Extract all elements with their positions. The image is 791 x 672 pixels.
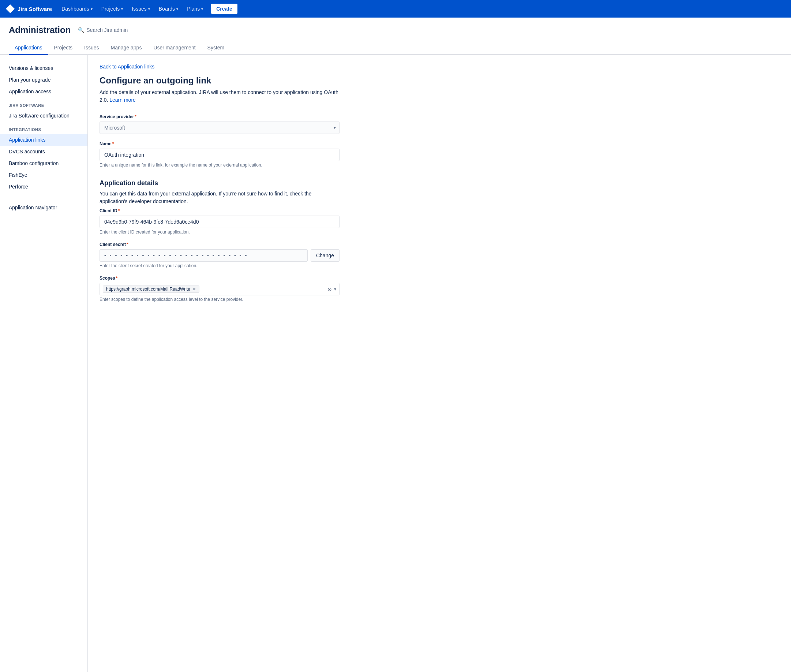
sidebar-item-bamboo[interactable]: Bamboo configuration (0, 157, 88, 169)
sidebar: Versions & licenses Plan your upgrade Ap… (0, 55, 88, 672)
sidebar-section-jira-software: JIRA SOFTWARE (0, 98, 88, 110)
sidebar-item-plan-upgrade[interactable]: Plan your upgrade (0, 74, 88, 86)
chevron-down-icon: ▾ (148, 7, 150, 11)
logo-icon (6, 5, 14, 13)
scopes-hint: Enter scopes to define the application a… (99, 297, 340, 302)
nav-plans[interactable]: Plans ▾ (183, 0, 207, 18)
tab-system[interactable]: System (201, 41, 230, 55)
service-provider-select-wrapper: Microsoft Google Other ▾ (99, 122, 340, 134)
sidebar-section-integrations: INTEGRATIONS (0, 122, 88, 134)
required-indicator: * (126, 242, 128, 247)
chevron-down-icon: ▾ (91, 7, 93, 11)
sidebar-item-dvcs[interactable]: DVCS accounts (0, 146, 88, 157)
required-indicator: * (112, 141, 114, 146)
nav-boards[interactable]: Boards ▾ (155, 0, 182, 18)
name-input[interactable] (99, 149, 340, 161)
service-provider-group: Service provider * Microsoft Google Othe… (99, 114, 340, 134)
nav-projects[interactable]: Projects ▾ (98, 0, 127, 18)
scopes-label: Scopes * (99, 275, 340, 281)
sidebar-item-perforce[interactable]: Perforce (0, 181, 88, 192)
main-layout: Versions & licenses Plan your upgrade Ap… (0, 55, 791, 672)
service-provider-select[interactable]: Microsoft Google Other (99, 122, 340, 134)
top-navigation: Jira Software Dashboards ▾ Projects ▾ Is… (0, 0, 791, 18)
search-icon: 🔍 (78, 27, 84, 33)
required-indicator: * (135, 114, 136, 119)
admin-header: Administration 🔍 Search Jira admin (0, 18, 791, 35)
app-details-title: Application details (99, 179, 340, 187)
tab-applications[interactable]: Applications (9, 41, 48, 55)
page-description: Add the details of your external applica… (99, 89, 340, 104)
tab-user-management[interactable]: User management (147, 41, 201, 55)
app-details-desc: You can get this data from your external… (99, 190, 340, 205)
required-indicator: * (116, 275, 118, 281)
admin-tabs: Applications Projects Issues Manage apps… (0, 41, 791, 55)
client-secret-group: Client secret * • • • • • • • • • • • • … (99, 242, 340, 268)
sidebar-item-jira-config[interactable]: Jira Software configuration (0, 110, 88, 122)
scope-tag-label: https://graph.microsoft.com/Mail.ReadWri… (106, 286, 190, 292)
client-id-input[interactable] (99, 216, 340, 228)
client-secret-label: Client secret * (99, 242, 340, 247)
sidebar-item-application-links[interactable]: Application links (0, 134, 88, 146)
create-button[interactable]: Create (211, 4, 237, 14)
logo-text: Jira Software (18, 6, 52, 12)
client-secret-hint: Enter the client secret created for your… (99, 263, 340, 268)
scope-clear-icon[interactable]: ⊗ (327, 285, 332, 293)
chevron-down-icon: ▾ (121, 7, 123, 11)
name-label: Name * (99, 141, 340, 146)
main-content: Back to Application links Configure an o… (88, 55, 351, 672)
page-title: Administration (9, 25, 70, 35)
change-secret-button[interactable]: Change (311, 249, 340, 262)
required-indicator: * (118, 208, 120, 213)
client-id-hint: Enter the client ID created for your app… (99, 229, 340, 235)
sidebar-item-app-navigator[interactable]: Application Navigator (0, 202, 88, 213)
sidebar-divider (9, 197, 79, 197)
admin-search[interactable]: 🔍 Search Jira admin (78, 27, 128, 33)
search-label: Search Jira admin (86, 27, 128, 33)
nav-dashboards[interactable]: Dashboards ▾ (58, 0, 96, 18)
name-group: Name * Enter a unique name for this link… (99, 141, 340, 168)
configure-link-title: Configure an outgoing link (99, 75, 340, 86)
client-secret-row: • • • • • • • • • • • • • • • • • • • • … (99, 249, 340, 262)
tab-issues[interactable]: Issues (78, 41, 105, 55)
scope-icons: ⊗ ▾ (327, 285, 336, 293)
scopes-container[interactable]: https://graph.microsoft.com/Mail.ReadWri… (99, 283, 340, 295)
service-provider-label: Service provider * (99, 114, 340, 119)
sidebar-item-app-access[interactable]: Application access (0, 86, 88, 98)
tab-projects[interactable]: Projects (48, 41, 79, 55)
nav-issues[interactable]: Issues ▾ (128, 0, 153, 18)
sidebar-item-fisheye[interactable]: FishEye (0, 169, 88, 181)
tab-manage-apps[interactable]: Manage apps (105, 41, 148, 55)
scope-tag: https://graph.microsoft.com/Mail.ReadWri… (103, 285, 200, 293)
client-id-label: Client ID * (99, 208, 340, 213)
chevron-down-icon: ▾ (176, 7, 178, 11)
name-hint: Enter a unique name for this link, for e… (99, 163, 340, 168)
client-secret-dots: • • • • • • • • • • • • • • • • • • • • … (99, 249, 308, 262)
sidebar-item-versions[interactable]: Versions & licenses (0, 62, 88, 74)
chevron-down-icon: ▾ (201, 7, 203, 11)
logo[interactable]: Jira Software (6, 5, 52, 13)
scopes-group: Scopes * https://graph.microsoft.com/Mai… (99, 275, 340, 302)
client-id-group: Client ID * Enter the client ID created … (99, 208, 340, 235)
learn-more-link[interactable]: Learn more (109, 97, 136, 103)
back-to-application-links[interactable]: Back to Application links (99, 64, 154, 70)
scope-remove-button[interactable]: ✕ (192, 286, 196, 292)
scope-chevron-down-icon[interactable]: ▾ (334, 286, 336, 292)
